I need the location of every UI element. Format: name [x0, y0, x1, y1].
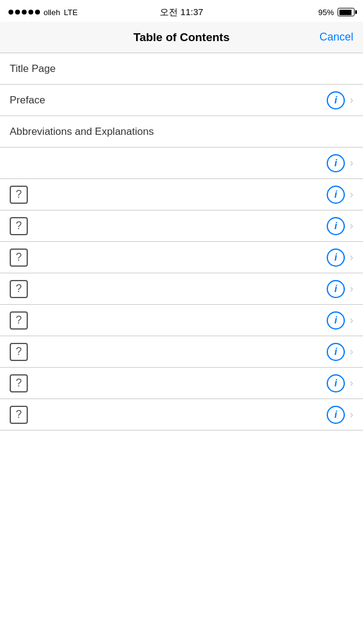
list-item[interactable]: ? i ›: [0, 336, 363, 368]
network-label: LTE: [64, 8, 77, 17]
cancel-button[interactable]: Cancel: [317, 31, 353, 44]
item-actions-9: i ›: [327, 311, 353, 330]
info-icon[interactable]: i: [327, 91, 345, 109]
item-actions-7: i ›: [327, 249, 353, 267]
info-icon[interactable]: i: [327, 217, 345, 235]
chevron-icon: ›: [350, 157, 353, 169]
status-bar: olleh LTE 오전 11:37 95%: [0, 0, 363, 22]
list-item[interactable]: ? i ›: [0, 273, 363, 305]
item-actions-12: i ›: [327, 406, 353, 424]
question-icon: ?: [10, 280, 28, 298]
time-label: 오전 11:37: [160, 7, 203, 18]
question-icon: ?: [10, 217, 28, 235]
item-abbreviations-label: Abbreviations and Explanations: [10, 126, 154, 138]
battery-icon: [338, 8, 355, 16]
signal-dots: [8, 10, 40, 15]
chevron-icon: ›: [350, 94, 353, 106]
question-icon: ?: [10, 406, 28, 424]
nav-title: Table of Contents: [46, 31, 317, 44]
item-actions-4: i ›: [327, 154, 353, 172]
list-item[interactable]: i ›: [0, 148, 363, 179]
item-preface-label: Preface: [10, 94, 327, 106]
info-icon[interactable]: i: [327, 154, 345, 172]
question-icon: ?: [10, 311, 28, 330]
item-title-page: Title Page: [10, 63, 56, 75]
status-left: olleh LTE: [8, 8, 77, 17]
list-item[interactable]: Title Page: [0, 53, 363, 85]
chevron-icon: ›: [350, 188, 353, 201]
list-item[interactable]: ? i ›: [0, 305, 363, 336]
chevron-icon: ›: [350, 408, 353, 421]
list-item[interactable]: Preface i ›: [0, 85, 363, 116]
chevron-icon: ›: [350, 314, 353, 327]
list-item[interactable]: ? i ›: [0, 368, 363, 399]
list-item[interactable]: ? i ›: [0, 210, 363, 242]
question-icon: ?: [10, 186, 28, 204]
navigation-bar: Table of Contents Cancel: [0, 22, 363, 53]
question-icon: ?: [10, 343, 28, 361]
info-icon[interactable]: i: [327, 343, 345, 361]
status-right: 95%: [318, 8, 355, 17]
info-icon[interactable]: i: [327, 280, 345, 298]
item-actions-8: i ›: [327, 280, 353, 298]
info-icon[interactable]: i: [327, 249, 345, 267]
item-actions-11: i ›: [327, 374, 353, 392]
battery-fill: [339, 10, 352, 15]
list-item[interactable]: Abbreviations and Explanations: [0, 116, 363, 148]
info-icon[interactable]: i: [327, 311, 345, 330]
item-actions-10: i ›: [327, 343, 353, 361]
table-of-contents-list: Title Page Preface i › Abbreviations and…: [0, 53, 363, 431]
battery-body: [338, 8, 355, 16]
chevron-icon: ›: [350, 282, 353, 295]
list-item[interactable]: ? i ›: [0, 242, 363, 273]
list-item[interactable]: ? i ›: [0, 179, 363, 210]
item-actions-6: i ›: [327, 217, 353, 235]
question-icon: ?: [10, 249, 28, 267]
question-icon: ?: [10, 374, 28, 392]
info-icon[interactable]: i: [327, 186, 345, 204]
chevron-icon: ›: [350, 251, 353, 264]
info-icon[interactable]: i: [327, 374, 345, 392]
item-actions-5: i ›: [327, 186, 353, 204]
chevron-icon: ›: [350, 220, 353, 232]
list-item[interactable]: ? i ›: [0, 399, 363, 431]
chevron-icon: ›: [350, 377, 353, 389]
chevron-icon: ›: [350, 345, 353, 358]
item-actions: i ›: [327, 91, 353, 109]
battery-percent: 95%: [318, 8, 334, 17]
carrier-label: olleh: [44, 8, 60, 17]
info-icon[interactable]: i: [327, 406, 345, 424]
